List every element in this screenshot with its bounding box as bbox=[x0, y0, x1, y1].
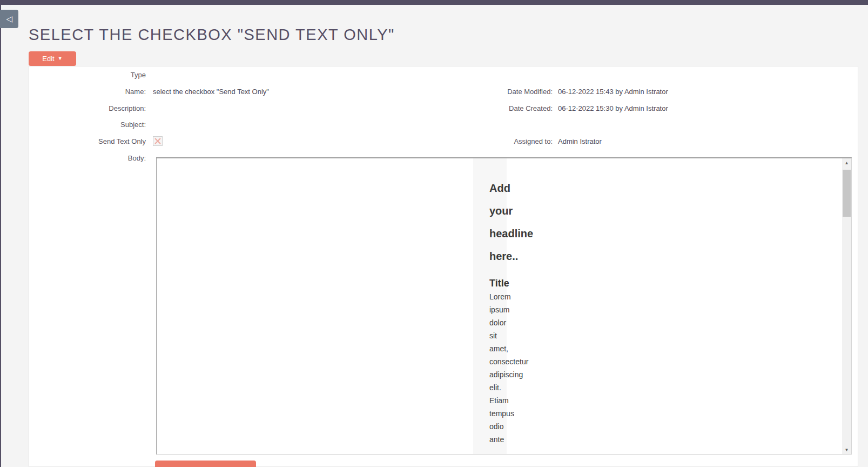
field-label-subject: Subject: bbox=[30, 121, 146, 129]
paragraph-word: dolor bbox=[489, 316, 630, 329]
field-label-assigned-to: Assigned to: bbox=[442, 137, 553, 145]
paragraph-word: sit bbox=[489, 329, 630, 342]
edit-button[interactable]: Edit ▼ bbox=[29, 51, 76, 66]
page-title: SELECT THE CHECKBOX "SEND TEXT ONLY" bbox=[29, 26, 677, 45]
paragraph-word: odio bbox=[489, 420, 630, 433]
scrollbar-thumb[interactable] bbox=[843, 170, 851, 217]
paragraph-word: Lorem bbox=[489, 290, 630, 303]
headline-word: headline bbox=[489, 222, 630, 245]
headline-word: Add bbox=[489, 177, 630, 199]
paragraph-word: tempus bbox=[489, 407, 630, 420]
field-value-date-modified: 06-12-2022 15:43 by Admin Istrator bbox=[558, 88, 668, 96]
top-bar bbox=[0, 0, 868, 5]
email-paragraph: Lorem ipsum dolor sit amet, consectetur … bbox=[489, 290, 630, 446]
paragraph-word: adipiscing bbox=[489, 368, 630, 381]
left-edge-strip bbox=[0, 0, 1, 467]
headline-word: here.. bbox=[489, 245, 630, 268]
field-label-description: Description: bbox=[30, 104, 146, 112]
scroll-down-icon[interactable]: ▼ bbox=[842, 445, 851, 455]
paragraph-word: Etiam bbox=[489, 394, 630, 407]
paragraph-word: ante bbox=[489, 433, 630, 446]
paragraph-word: elit. bbox=[489, 381, 630, 394]
email-preview-content: Add your headline here.. Title Lorem ips… bbox=[489, 177, 630, 446]
email-section-title: Title bbox=[489, 276, 630, 290]
body-scrollbar[interactable]: ▲ ▼ bbox=[842, 158, 851, 455]
field-value-name: select the checkbox "Send Text Only" bbox=[153, 88, 269, 96]
field-label-date-created: Date Created: bbox=[442, 104, 553, 112]
email-headline: Add your headline here.. bbox=[489, 177, 630, 268]
field-label-name: Name: bbox=[30, 88, 146, 96]
field-label-date-modified: Date Modified: bbox=[442, 88, 553, 96]
field-value-assigned-to: Admin Istrator bbox=[558, 137, 602, 145]
field-label-body: Body: bbox=[30, 154, 146, 162]
back-icon: ◁ bbox=[6, 14, 12, 23]
back-button[interactable]: ◁ bbox=[0, 10, 18, 28]
chevron-down-icon: ▼ bbox=[58, 56, 63, 61]
bottom-action-button[interactable] bbox=[155, 461, 256, 467]
field-label-send-text-only: Send Text Only bbox=[30, 137, 146, 145]
paragraph-word: consectetur bbox=[489, 355, 630, 368]
field-label-type: Type bbox=[30, 71, 146, 79]
edit-button-label: Edit bbox=[42, 55, 54, 63]
paragraph-word: ipsum bbox=[489, 303, 630, 316]
paragraph-word: amet, bbox=[489, 342, 630, 355]
field-value-date-created: 06-12-2022 15:30 by Admin Istrator bbox=[558, 104, 668, 112]
body-preview-frame: Add your headline here.. Title Lorem ips… bbox=[156, 157, 852, 455]
scroll-up-icon[interactable]: ▲ bbox=[842, 158, 851, 168]
send-text-only-checkbox[interactable] bbox=[153, 136, 163, 146]
headline-word: your bbox=[489, 199, 630, 222]
